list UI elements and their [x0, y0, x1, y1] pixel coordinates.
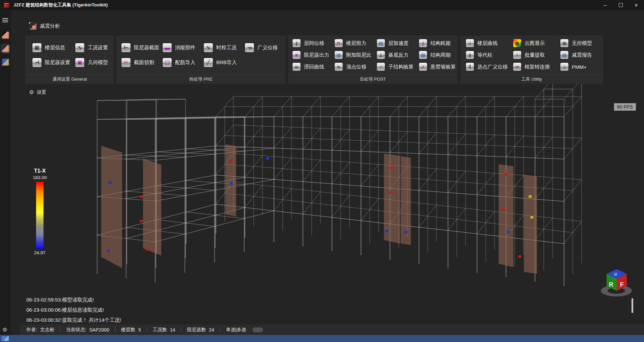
- equivalent-column-button[interactable]: ▮等代柱: [466, 51, 513, 59]
- legend-max-value: 183.00: [28, 175, 51, 180]
- pmm-plus-icon: ◇: [560, 62, 569, 71]
- maximize-button[interactable]: [613, 0, 628, 10]
- damper-marker-red: [145, 248, 148, 251]
- damping-report-label: 减震报告: [572, 52, 592, 58]
- energy-dissipation-label: 结构耗能: [430, 40, 451, 47]
- damper-marker-red: [518, 255, 521, 258]
- damper-section-icon: ⊢: [121, 43, 131, 53]
- settings-button[interactable]: ⚙ 设置: [29, 89, 46, 95]
- damper-marker-yellow: [529, 195, 532, 198]
- time-history-case-button[interactable]: ∿时程工况: [203, 43, 245, 53]
- rebar-import-button[interactable]: ▢配筋导入: [162, 58, 203, 67]
- statusbar-author-label: 作者:: [26, 327, 37, 333]
- app-analysis-icon[interactable]: [2, 45, 9, 52]
- geometry-model-button[interactable]: ▣几何模型: [75, 58, 118, 67]
- contour-display-button[interactable]: ▦云图显示: [513, 39, 560, 48]
- story-acceleration-label: 层加速度: [388, 40, 409, 47]
- tab-damping-analysis[interactable]: 减震分析: [29, 22, 60, 30]
- base-reaction-button[interactable]: ⊥基底反力: [376, 51, 419, 59]
- uncontrolled-model-button[interactable]: ⊞无控模型: [560, 39, 607, 48]
- substructure-check-icon: ✔: [376, 62, 385, 71]
- damper-marker-blue: [385, 230, 388, 232]
- damping-analysis-icon: [29, 22, 36, 30]
- contour-display-label: 云图显示: [525, 40, 545, 47]
- floor-curve-button[interactable]: ≀楼层曲线: [466, 39, 513, 48]
- app-globe-icon[interactable]: [2, 59, 9, 66]
- floor-curve-icon: ≀: [466, 39, 474, 48]
- roof-displacement-button[interactable]: ∿顶点位移: [334, 62, 376, 71]
- story-drift-label: 层间位移: [304, 40, 324, 47]
- batch-extract-button[interactable]: ⚡批量提取: [513, 51, 560, 59]
- story-shear-button[interactable]: ⊓楼层剪力: [334, 39, 376, 48]
- generalized-disp-button[interactable]: ↝广义位移: [245, 43, 286, 53]
- pmm-plus-button[interactable]: ◇PMM+: [560, 62, 607, 71]
- statusbar-damper-count-value: 24: [209, 327, 214, 333]
- statusbar-current-state-label: 当前状态:: [66, 327, 86, 333]
- selection-mode-toggle[interactable]: [253, 327, 263, 332]
- damping-report-icon: ▤: [560, 51, 569, 59]
- cantilever-wall-check-icon: ✔: [419, 62, 427, 71]
- taskbar-app-icon[interactable]: [1, 336, 9, 341]
- menu-icon[interactable]: [2, 18, 8, 22]
- cantilever-wall-check-button[interactable]: ✔悬臂墙验算: [419, 62, 461, 71]
- settings-gear-icon[interactable]: ⚙: [2, 326, 7, 333]
- added-damping-ratio-button[interactable]: ▤附加阻尼比: [334, 51, 376, 59]
- damper-marker-red: [229, 160, 232, 163]
- pick-generalized-disp-button[interactable]: ↧选点广义位移: [466, 62, 513, 71]
- structure-period-label: 结构周期: [430, 52, 451, 58]
- added-damping-ratio-label: 附加阻尼比: [346, 52, 371, 58]
- energy-parts-button[interactable]: ▬消能部件: [162, 43, 203, 53]
- gear-icon: ⚙: [29, 89, 34, 95]
- statusbar-case-count: 工况数14: [153, 327, 175, 333]
- load-case-settings-button[interactable]: ∿工况设置: [75, 43, 118, 53]
- time-history-case-icon: ∿: [203, 43, 213, 53]
- story-drift-button[interactable]: ʃ层间位移: [292, 39, 334, 48]
- load-case-settings-icon: ∿: [75, 43, 85, 53]
- damper-marker-blue: [404, 231, 408, 233]
- minimize-button[interactable]: ─: [597, 0, 613, 10]
- legend-min-value: 24.97: [28, 250, 51, 255]
- ribbon-group-3: ʃ层间位移≠阻尼器出力∞滞回曲线⊓楼层剪力▤附加阻尼比∿顶点位移▤层加速度⊥基底…: [288, 35, 457, 84]
- damper-settings-button[interactable]: ⊣阻尼器设置: [32, 58, 75, 67]
- equivalent-column-label: 等代柱: [477, 52, 493, 58]
- energy-parts-icon: ▬: [162, 43, 172, 53]
- story-acceleration-button[interactable]: ▤层加速度: [376, 39, 419, 48]
- close-button[interactable]: ✕: [628, 0, 644, 10]
- hysteresis-curve-button[interactable]: ∞滞回曲线: [292, 62, 334, 71]
- brb-import-icon: ╱: [203, 58, 213, 67]
- statusbar-divider: [181, 327, 181, 332]
- damper-marker-red: [140, 220, 143, 222]
- damper-settings-label: 阻尼器设置: [45, 59, 70, 66]
- ribbon-group-1: ▦楼层信息⊣阻尼器设置∿工况设置▣几何模型通用设置 General: [25, 35, 114, 84]
- settings-label: 设置: [37, 89, 46, 95]
- brb-import-button[interactable]: ╱BRB导入: [203, 58, 245, 67]
- damper-output-icon: ≠: [292, 51, 301, 59]
- roof-displacement-icon: ∿: [334, 62, 343, 71]
- tab-label: 减震分析: [40, 23, 60, 29]
- log-line: 06-23-02:59:53:模型读取完成!: [26, 295, 121, 305]
- energy-dissipation-button[interactable]: ∫结构耗能: [419, 39, 461, 48]
- statusbar-damper-count: 阻尼器数24: [187, 327, 214, 333]
- damper-section-label: 阻尼器截面: [134, 45, 159, 51]
- section-cut-button[interactable]: ✂截面切割: [121, 58, 162, 67]
- title-bar: JZFZ 建筑结构数智化工具集 (TigerkinToolkit) ─ ✕: [0, 0, 644, 10]
- ribbon-group-title: 通用设置 General: [25, 75, 114, 84]
- structure-period-button[interactable]: ▤结构周期: [419, 51, 461, 59]
- statusbar-divider: [147, 327, 147, 332]
- energy-parts-label: 消能部件: [175, 45, 195, 51]
- damper-output-button[interactable]: ≠阻尼器出力: [292, 51, 334, 59]
- maximize-icon: [619, 3, 623, 7]
- app-logo-icon: [4, 3, 9, 8]
- damping-report-button[interactable]: ▤减震报告: [560, 51, 607, 59]
- damper-marker-blue: [507, 231, 510, 233]
- frame-to-link-button[interactable]: ⇄框架转连接: [513, 62, 560, 71]
- damper-section-button[interactable]: ⊢阻尼器截面: [121, 43, 162, 53]
- log-output: 06-23-02:59:53:模型读取完成!06-23-03:00:06:楼层信…: [26, 295, 121, 325]
- scrollbar-thumb[interactable]: [632, 298, 633, 313]
- color-legend: T1-X 183.00 24.97: [28, 168, 51, 255]
- floor-info-button[interactable]: ▦楼层信息: [32, 43, 75, 53]
- substructure-check-button[interactable]: ✔子结构验算: [376, 62, 419, 71]
- damper-marker-red: [502, 208, 505, 210]
- app-damper-icon[interactable]: [2, 32, 9, 39]
- contour-display-icon: ▦: [513, 39, 522, 48]
